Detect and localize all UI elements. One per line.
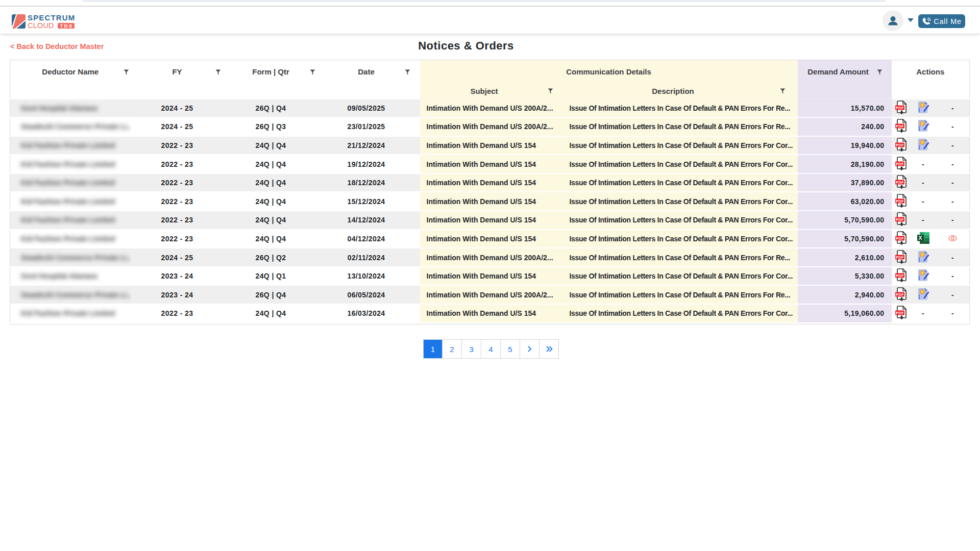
svg-text:X: X (918, 235, 922, 241)
svg-text:PDF: PDF (895, 273, 903, 278)
svg-text:PDF: PDF (895, 180, 903, 185)
svg-text:PDF: PDF (895, 255, 903, 259)
svg-text:PDF: PDF (895, 143, 903, 147)
svg-text:?: ? (921, 271, 923, 276)
svg-text:PDF: PDF (895, 124, 903, 129)
svg-text:?: ? (921, 253, 923, 257)
svg-text:?: ? (921, 103, 923, 108)
svg-text:PDF: PDF (895, 217, 903, 222)
svg-text:PDF: PDF (895, 292, 903, 296)
svg-text:PDF: PDF (895, 161, 903, 166)
svg-text:?: ? (921, 140, 923, 145)
svg-text:?: ? (921, 121, 923, 126)
svg-text:PDF: PDF (895, 311, 903, 315)
svg-text:PDF: PDF (895, 105, 903, 110)
svg-text:PDF: PDF (895, 236, 903, 241)
svg-text:PDF: PDF (895, 198, 903, 203)
svg-text:?: ? (921, 290, 923, 294)
